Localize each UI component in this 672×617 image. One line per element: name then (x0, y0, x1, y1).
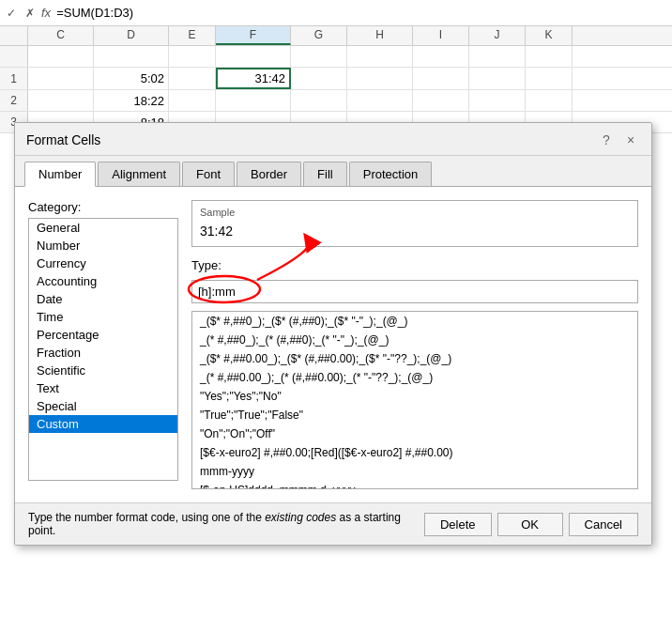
footer-hint: Type the number format code, using one o… (28, 511, 424, 537)
type-label: Type: (191, 258, 638, 272)
category-fraction[interactable]: Fraction (29, 344, 177, 362)
dialog-close-button[interactable]: × (621, 131, 640, 149)
delete-button[interactable]: Delete (424, 513, 492, 536)
footer-buttons: Delete OK Cancel (424, 513, 638, 536)
category-currency[interactable]: Currency (29, 255, 177, 272)
category-special[interactable]: Special (29, 397, 177, 415)
dialog-title-controls: ? × (597, 131, 640, 149)
dialog-footer: Type the number format code, using one o… (15, 502, 651, 545)
format-item[interactable]: _($* #,##0_);_($* (#,##0);_($* "-"_);_(@… (192, 312, 637, 331)
format-item[interactable]: "On";"On";"Off" (192, 424, 637, 443)
tab-border[interactable]: Border (237, 162, 301, 186)
format-item[interactable]: "True";"True";"False" (192, 406, 637, 424)
format-cells-dialog: Format Cells ? × Number Alignment Font B… (14, 122, 652, 546)
format-item[interactable]: "Yes";"Yes";"No" (192, 387, 637, 406)
cancel-button[interactable]: Cancel (569, 513, 638, 536)
type-input-wrapper (191, 280, 638, 303)
sample-box: Sample 31:42 (191, 200, 638, 247)
format-item[interactable]: _(* #,##0_);_(* (#,##0);_(* "-"_);_(@_) (192, 331, 637, 349)
format-item[interactable]: mmm-yyyy (192, 462, 637, 481)
type-input[interactable] (191, 280, 638, 303)
dialog-help-button[interactable]: ? (597, 131, 616, 149)
category-percentage[interactable]: Percentage (29, 326, 177, 344)
dialog-overlay: Format Cells ? × Number Alignment Font B… (0, 0, 672, 617)
format-item[interactable]: [$-en-US]dddd, mmmm d, yyyy (192, 481, 637, 489)
tab-protection[interactable]: Protection (349, 162, 433, 186)
sample-value: 31:42 (200, 222, 630, 240)
category-label: Category: (28, 200, 178, 214)
tab-number[interactable]: Number (24, 162, 96, 187)
category-text[interactable]: Text (29, 379, 177, 397)
category-date[interactable]: Date (29, 290, 177, 308)
format-list[interactable]: _($* #,##0_);_($* (#,##0);_($* "-"_);_(@… (191, 311, 638, 489)
dialog-title: Format Cells (26, 132, 100, 147)
format-item[interactable]: _($* #,##0.00_);_($* (#,##0.00);_($* "-"… (192, 349, 637, 368)
category-custom[interactable]: Custom (29, 415, 177, 433)
tab-fill[interactable]: Fill (303, 162, 347, 186)
tab-font[interactable]: Font (182, 162, 235, 186)
category-general[interactable]: General (29, 219, 177, 237)
category-time[interactable]: Time (29, 308, 177, 326)
tab-alignment[interactable]: Alignment (98, 162, 180, 186)
dialog-title-bar: Format Cells ? × (15, 123, 651, 156)
category-scientific[interactable]: Scientific (29, 362, 177, 379)
category-accounting[interactable]: Accounting (29, 272, 177, 290)
dialog-tabs: Number Alignment Font Border Fill Protec… (15, 156, 651, 186)
format-item[interactable]: _(* #,##0.00_);_(* (#,##0.00);_(* "-"??_… (192, 368, 637, 387)
sample-label: Sample (200, 207, 630, 218)
category-panel: Category: General Number Currency Accoun… (28, 200, 178, 489)
ok-button[interactable]: OK (497, 513, 563, 536)
dialog-body: Category: General Number Currency Accoun… (15, 186, 651, 502)
format-item[interactable]: [$€-x-euro2] #,##0.00;[Red]([$€-x-euro2]… (192, 443, 637, 462)
category-list[interactable]: General Number Currency Accounting Date … (28, 218, 178, 481)
right-panel: Sample 31:42 Type: (191, 200, 638, 489)
category-number[interactable]: Number (29, 237, 177, 255)
